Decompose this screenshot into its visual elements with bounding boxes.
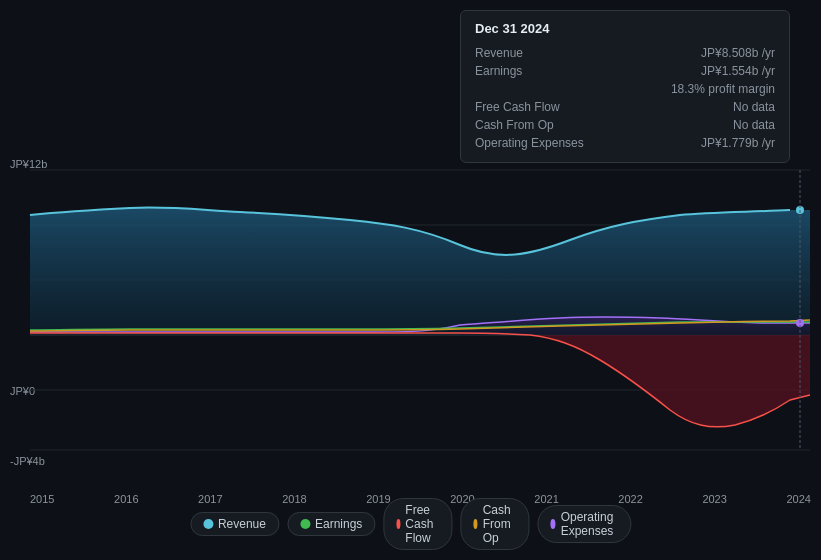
legend-label-opex: Operating Expenses bbox=[561, 510, 618, 538]
tooltip-value-earnings: JP¥1.554b /yr bbox=[628, 62, 775, 80]
tooltip-label-fcf: Free Cash Flow bbox=[475, 98, 628, 116]
revenue-area bbox=[30, 207, 810, 335]
legend-label-revenue: Revenue bbox=[218, 517, 266, 531]
tooltip-row-revenue: Revenue JP¥8.508b /yr bbox=[475, 44, 775, 62]
legend-label-earnings: Earnings bbox=[315, 517, 362, 531]
x-label-2023: 2023 bbox=[702, 493, 726, 505]
tooltip-date: Dec 31 2024 bbox=[475, 21, 775, 36]
legend-dot-cfo bbox=[473, 519, 477, 529]
legend-item-revenue[interactable]: Revenue bbox=[190, 512, 279, 536]
legend-item-earnings[interactable]: Earnings bbox=[287, 512, 375, 536]
legend-label-fcf: Free Cash Flow bbox=[405, 503, 439, 545]
legend-label-cfo: Cash From Op bbox=[483, 503, 517, 545]
tooltip-value-profit-margin: 18.3% profit margin bbox=[628, 80, 775, 98]
legend-dot-revenue bbox=[203, 519, 213, 529]
legend-dot-fcf bbox=[396, 519, 400, 529]
legend-dot-earnings bbox=[300, 519, 310, 529]
tooltip-value-opex: JP¥1.779b /yr bbox=[628, 134, 775, 152]
tooltip-label-opex: Operating Expenses bbox=[475, 134, 628, 152]
tooltip-row-fcf: Free Cash Flow No data bbox=[475, 98, 775, 116]
legend-item-fcf[interactable]: Free Cash Flow bbox=[383, 498, 452, 550]
tooltip-label-profit-margin bbox=[475, 80, 628, 98]
legend-dot-opex bbox=[550, 519, 555, 529]
main-chart bbox=[0, 155, 821, 485]
tooltip-value-revenue: JP¥8.508b /yr bbox=[628, 44, 775, 62]
tooltip-label-earnings: Earnings bbox=[475, 62, 628, 80]
legend-item-opex[interactable]: Operating Expenses bbox=[537, 505, 631, 543]
legend-item-cfo[interactable]: Cash From Op bbox=[460, 498, 529, 550]
x-label-2015: 2015 bbox=[30, 493, 54, 505]
tooltip-label-cfo: Cash From Op bbox=[475, 116, 628, 134]
tooltip-row-profit-margin: 18.3% profit margin bbox=[475, 80, 775, 98]
tooltip-row-earnings: Earnings JP¥1.554b /yr bbox=[475, 62, 775, 80]
tooltip-table: Revenue JP¥8.508b /yr Earnings JP¥1.554b… bbox=[475, 44, 775, 152]
tooltip-label-revenue: Revenue bbox=[475, 44, 628, 62]
legend: Revenue Earnings Free Cash Flow Cash Fro… bbox=[190, 498, 631, 550]
x-label-2024: 2024 bbox=[786, 493, 810, 505]
tooltip-value-cfo: No data bbox=[628, 116, 775, 134]
tooltip-value-fcf: No data bbox=[628, 98, 775, 116]
x-label-2016: 2016 bbox=[114, 493, 138, 505]
tooltip-row-opex: Operating Expenses JP¥1.779b /yr bbox=[475, 134, 775, 152]
chart-container: Dec 31 2024 Revenue JP¥8.508b /yr Earnin… bbox=[0, 0, 821, 560]
tooltip-row-cfo: Cash From Op No data bbox=[475, 116, 775, 134]
tooltip-card: Dec 31 2024 Revenue JP¥8.508b /yr Earnin… bbox=[460, 10, 790, 163]
